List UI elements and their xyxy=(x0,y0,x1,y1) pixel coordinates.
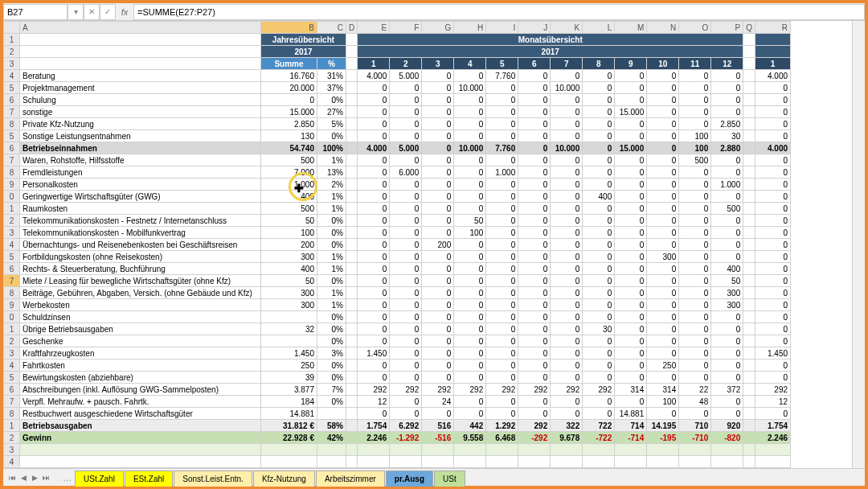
month-header[interactable]: 7 xyxy=(551,58,583,70)
row-header[interactable]: 2 xyxy=(4,215,20,227)
month-cell[interactable]: 200 xyxy=(422,239,454,251)
row-header[interactable]: 5 xyxy=(4,130,20,142)
month-cell[interactable]: 0 xyxy=(518,299,551,311)
cell[interactable] xyxy=(743,444,755,456)
pct-cell[interactable]: 0% xyxy=(317,335,346,347)
month-header[interactable]: 5 xyxy=(486,58,518,70)
month-cell[interactable]: 0 xyxy=(454,179,486,191)
dropdown-icon[interactable]: ▾ xyxy=(68,4,84,20)
sum-cell[interactable]: 22.928 € xyxy=(261,432,317,444)
month-cell[interactable]: 0 xyxy=(755,166,791,179)
row-header[interactable]: 4 xyxy=(4,360,20,372)
month-cell[interactable]: 14.881 xyxy=(615,408,647,420)
pct-cell[interactable]: 0% xyxy=(317,360,346,372)
month-cell[interactable]: 0 xyxy=(422,82,454,94)
month-cell[interactable]: 50 xyxy=(454,215,486,227)
month-cell[interactable]: 0 xyxy=(615,239,647,251)
month-cell[interactable]: 0 xyxy=(615,154,647,166)
month-cell[interactable]: 0 xyxy=(615,335,647,347)
month-cell[interactable]: -292 xyxy=(518,432,551,444)
cell[interactable] xyxy=(346,70,358,82)
sheet-tab[interactable]: Kfz-Nutzung xyxy=(253,471,315,487)
row-label[interactable]: Fortbildungskosten (ohne Reisekosten) xyxy=(20,251,261,263)
month-cell[interactable]: 0 xyxy=(486,251,518,263)
month-header[interactable]: 12 xyxy=(711,58,743,70)
cell[interactable] xyxy=(346,432,358,444)
month-cell[interactable]: 0 xyxy=(518,94,551,106)
month-cell[interactable]: 0 xyxy=(679,70,711,82)
month-cell[interactable]: 0 xyxy=(679,118,711,130)
month-cell[interactable]: 48 xyxy=(679,396,711,408)
month-cell[interactable]: 0 xyxy=(518,203,551,215)
row-label[interactable]: Kraftfahrzeugkosten xyxy=(20,347,261,360)
month-cell[interactable]: 0 xyxy=(422,130,454,142)
row-label[interactable]: Verpfl. Mehraufw. + pausch. Fahrtk. xyxy=(20,396,261,408)
month-cell[interactable] xyxy=(454,444,486,456)
month-cell[interactable] xyxy=(390,444,422,456)
pct-cell[interactable]: 1% xyxy=(317,191,346,203)
cell[interactable] xyxy=(743,215,755,227)
month-cell[interactable]: 0 xyxy=(518,82,551,94)
month-cell[interactable]: 0 xyxy=(422,360,454,372)
cell[interactable] xyxy=(743,456,755,468)
month-cell[interactable]: 0 xyxy=(518,287,551,299)
month-cell[interactable] xyxy=(551,444,583,456)
row-header[interactable]: 7 xyxy=(4,275,20,287)
month-cell[interactable]: 0 xyxy=(755,215,791,227)
month-cell[interactable]: 0 xyxy=(518,142,551,154)
month-cell[interactable]: 0 xyxy=(486,299,518,311)
month-cell[interactable]: 0 xyxy=(711,70,743,82)
month-cell[interactable]: 0 xyxy=(390,94,422,106)
row-header[interactable]: 3 xyxy=(4,58,20,70)
month-cell[interactable]: -516 xyxy=(422,432,454,444)
month-cell[interactable]: 0 xyxy=(615,203,647,215)
row-label[interactable]: sonstige xyxy=(20,106,261,118)
month-cell[interactable]: 0 xyxy=(711,191,743,203)
month-cell[interactable]: 0 xyxy=(358,154,390,166)
month-header[interactable]: 1 xyxy=(358,58,390,70)
month-cell[interactable]: 0 xyxy=(755,191,791,203)
month-cell[interactable]: 100 xyxy=(679,142,711,154)
month-cell[interactable]: 24 xyxy=(422,396,454,408)
month-cell[interactable]: 0 xyxy=(755,360,791,372)
month-cell[interactable]: 292 xyxy=(551,384,583,396)
pct-cell[interactable]: 42% xyxy=(317,432,346,444)
month-cell[interactable]: 10.000 xyxy=(454,142,486,154)
month-header[interactable]: 6 xyxy=(518,58,551,70)
row-label[interactable]: Restbuchwert ausgeschiedene Wirtschaftsg… xyxy=(20,408,261,420)
col-header[interactable] xyxy=(4,22,20,34)
month-cell[interactable]: 0 xyxy=(486,227,518,239)
cell[interactable] xyxy=(346,82,358,94)
month-cell[interactable]: 0 xyxy=(518,360,551,372)
month-cell[interactable]: 0 xyxy=(615,323,647,335)
month-cell[interactable]: 0 xyxy=(755,239,791,251)
month-cell[interactable]: 0 xyxy=(711,372,743,384)
cell[interactable] xyxy=(743,275,755,287)
row-label[interactable]: Projektmanagement xyxy=(20,82,261,94)
month-cell[interactable]: 0 xyxy=(755,82,791,94)
month-cell[interactable]: 0 xyxy=(647,179,679,191)
month-cell[interactable] xyxy=(390,456,422,468)
month-cell[interactable] xyxy=(583,456,615,468)
cell[interactable] xyxy=(743,191,755,203)
month-cell[interactable]: 0 xyxy=(454,347,486,360)
month-cell[interactable]: 0 xyxy=(518,227,551,239)
month-cell[interactable] xyxy=(551,456,583,468)
month-cell[interactable]: 0 xyxy=(679,347,711,360)
month-cell[interactable]: 0 xyxy=(755,335,791,347)
month-cell[interactable]: 0 xyxy=(486,311,518,323)
pct-cell[interactable]: 0% xyxy=(317,215,346,227)
cell[interactable] xyxy=(346,311,358,323)
month-cell[interactable]: 0 xyxy=(615,347,647,360)
cell[interactable] xyxy=(346,191,358,203)
row-header[interactable]: 6 xyxy=(4,142,20,154)
month-cell[interactable]: 0 xyxy=(454,130,486,142)
month-header[interactable]: 4 xyxy=(454,58,486,70)
row-header[interactable]: 5 xyxy=(4,82,20,94)
month-cell[interactable]: 0 xyxy=(647,142,679,154)
cell[interactable] xyxy=(743,347,755,360)
month-cell[interactable]: 0 xyxy=(647,263,679,275)
month-cell[interactable]: 0 xyxy=(755,408,791,420)
month-cell[interactable]: 0 xyxy=(615,94,647,106)
month-cell[interactable]: 0 xyxy=(551,299,583,311)
